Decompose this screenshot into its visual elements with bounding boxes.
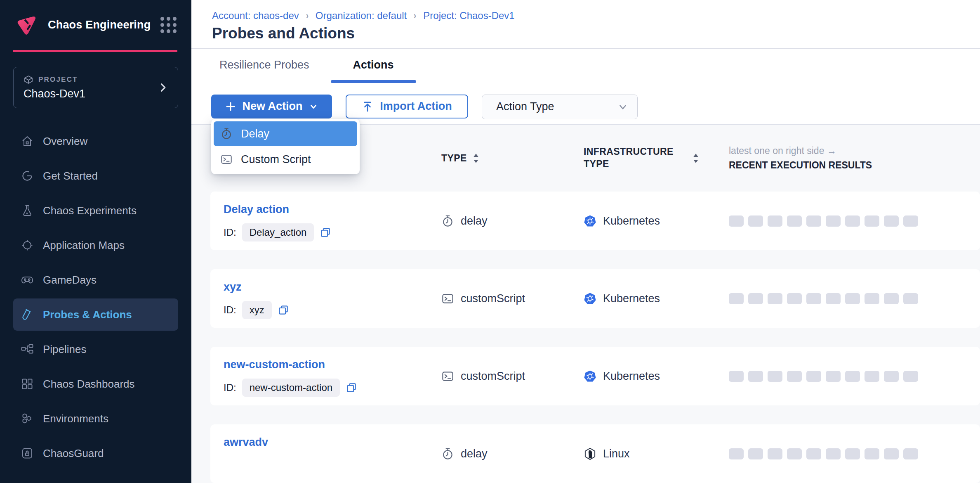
accent-bar — [13, 50, 177, 52]
sidebar-item-probes-actions[interactable]: Probes & Actions — [13, 298, 178, 331]
type-cell: customScript — [441, 269, 584, 328]
target-icon — [21, 239, 34, 252]
home-icon — [21, 135, 34, 148]
lock-icon — [21, 447, 34, 460]
infrastructure-cell: Linux — [584, 424, 729, 483]
recent-execution-results — [729, 269, 980, 328]
column-header-infrastructure[interactable]: INFRASTRUCTURE TYPE — [584, 146, 729, 170]
id-label: ID: — [224, 304, 236, 316]
stopwatch-icon — [441, 447, 454, 460]
page-title: Probes and Actions — [191, 21, 980, 42]
copy-icon[interactable] — [320, 227, 331, 238]
name-cell: xyz ID: xyz — [224, 269, 441, 328]
tab-actions[interactable]: Actions — [331, 49, 416, 82]
sidebar-item-chaos-experiments[interactable]: Chaos Experiments — [0, 193, 191, 228]
recent-execution-results — [729, 347, 980, 405]
harness-logo-icon — [15, 13, 39, 37]
table-body: Delay action ID: Delay_action delay Kube… — [191, 192, 980, 483]
get-started-icon — [21, 169, 34, 182]
sidebar-item-gamedays[interactable]: GameDays — [0, 263, 191, 297]
name-cell: Delay action ID: Delay_action — [224, 192, 441, 250]
flask-icon — [21, 204, 34, 217]
linux-icon — [584, 447, 596, 460]
table-row: new-custom-action ID: new-custom-action … — [210, 347, 980, 405]
menu-item-delay[interactable]: Delay — [214, 121, 357, 146]
terminal-icon — [441, 370, 454, 383]
name-cell: new-custom-action ID: new-custom-action — [224, 347, 441, 405]
table-row: awrvadv delay Linux — [210, 424, 980, 483]
sort-icon[interactable] — [473, 153, 479, 163]
type-cell: delay — [441, 424, 584, 483]
type-cell: delay — [441, 192, 584, 250]
chevron-down-icon — [617, 102, 628, 112]
action-name-link[interactable]: Delay action — [224, 203, 289, 216]
project-selector[interactable]: PROJECT Chaos-Dev1 — [13, 67, 178, 108]
cube-icon — [24, 75, 33, 85]
infrastructure-cell: Kubernetes — [584, 347, 729, 405]
new-action-button[interactable]: New Action — [211, 95, 332, 118]
infrastructure-cell: Kubernetes — [584, 192, 729, 250]
sidebar-item-application-maps[interactable]: Application Maps — [0, 228, 191, 263]
sidebar-item-pipelines[interactable]: Pipelines — [0, 332, 191, 367]
upload-icon — [362, 101, 373, 112]
dashboard-grid-icon — [21, 377, 34, 391]
id-label: ID: — [224, 382, 236, 393]
action-name-link[interactable]: awrvadv — [224, 436, 268, 449]
id-label: ID: — [224, 227, 236, 238]
recent-execution-results — [729, 424, 980, 483]
copy-icon[interactable] — [278, 304, 289, 316]
infrastructure-cell: Kubernetes — [584, 269, 729, 328]
sidebar: Chaos Engineering PROJECT Chaos-Dev1 Ove… — [0, 0, 191, 483]
terminal-icon — [220, 153, 233, 166]
column-header-results: latest one on right side → RECENT EXECUT… — [729, 145, 980, 171]
sidebar-header: Chaos Engineering — [0, 0, 191, 50]
tab-bar: Resilience Probes Actions — [191, 49, 980, 82]
sidebar-item-environments[interactable]: Environments — [0, 401, 191, 436]
kubernetes-icon — [584, 292, 596, 305]
action-name-link[interactable]: xyz — [224, 281, 242, 294]
terminal-icon — [441, 292, 454, 305]
sidebar-item-get-started[interactable]: Get Started — [0, 159, 191, 193]
breadcrumb-account[interactable]: Account: chaos-dev — [212, 10, 299, 21]
breadcrumb: Account: chaos-dev › Organization: defau… — [191, 0, 980, 21]
sidebar-item-overview[interactable]: Overview — [0, 124, 191, 159]
chevron-down-icon — [309, 102, 318, 111]
action-id-badge: xyz — [242, 301, 272, 319]
stopwatch-icon — [220, 128, 233, 140]
recent-execution-results — [729, 192, 980, 250]
stopwatch-icon — [441, 215, 454, 227]
type-cell: customScript — [441, 347, 584, 405]
action-id-badge: new-custom-action — [242, 379, 340, 397]
table-row: Delay action ID: Delay_action delay Kube… — [210, 192, 980, 250]
page-header: Account: chaos-dev › Organization: defau… — [191, 0, 980, 49]
gamepad-icon — [21, 273, 34, 286]
name-cell: awrvadv — [224, 424, 441, 483]
breadcrumb-organization[interactable]: Organization: default — [316, 10, 407, 21]
sort-icon[interactable] — [693, 153, 699, 163]
breadcrumb-separator: › — [306, 10, 309, 21]
import-action-button[interactable]: Import Action — [346, 95, 468, 118]
action-name-link[interactable]: new-custom-action — [224, 358, 325, 371]
action-type-filter[interactable]: Action Type — [482, 95, 638, 119]
action-id-badge: Delay_action — [242, 223, 314, 242]
plus-icon — [225, 101, 236, 112]
tab-resilience-probes[interactable]: Resilience Probes — [214, 49, 314, 82]
kubernetes-icon — [584, 215, 596, 227]
new-action-menu: Delay Custom Script — [211, 119, 360, 174]
menu-item-custom-script[interactable]: Custom Script — [214, 147, 357, 172]
sidebar-nav: Overview Get Started Chaos Experiments A… — [0, 124, 191, 471]
results-note: latest one on right side → — [729, 145, 836, 156]
project-name: Chaos-Dev1 — [24, 88, 157, 100]
sidebar-item-chaosguard[interactable]: ChaosGuard — [0, 436, 191, 471]
pipeline-icon — [21, 343, 34, 356]
app-title: Chaos Engineering — [48, 19, 151, 31]
copy-icon[interactable] — [346, 382, 357, 393]
sidebar-item-chaos-dashboards[interactable]: Chaos Dashboards — [0, 367, 191, 401]
hexagons-icon — [21, 412, 34, 425]
column-header-type[interactable]: TYPE — [441, 153, 584, 164]
test-tube-icon — [21, 308, 34, 321]
toolbar: New Action Import Action Action Type — [191, 82, 980, 125]
module-grid-icon[interactable] — [160, 17, 177, 33]
table-area: Delay Custom Script TYPE INFRASTRUCTURE … — [191, 125, 980, 483]
breadcrumb-project[interactable]: Project: Chaos-Dev1 — [423, 10, 514, 21]
